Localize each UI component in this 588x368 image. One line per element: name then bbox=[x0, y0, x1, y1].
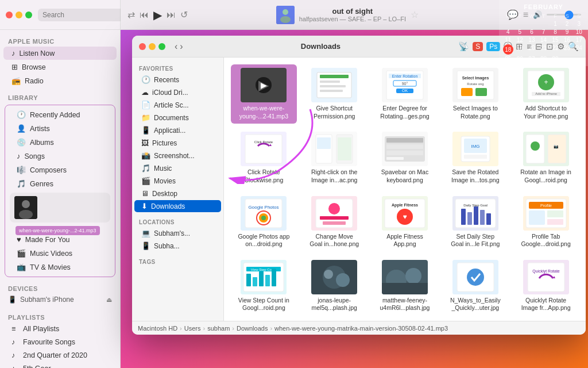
finder-sidebar-documents[interactable]: 📁 Documents bbox=[134, 112, 221, 124]
sidebar-item-browse[interactable]: ⊞ Browse bbox=[3, 60, 117, 74]
file-item-7[interactable]: Right-click on the Image in...ac.png bbox=[301, 128, 368, 187]
search-input[interactable] bbox=[38, 9, 133, 21]
s-icon[interactable]: S bbox=[473, 42, 483, 51]
sidebar-item-albums[interactable]: 💿 Albums bbox=[9, 136, 111, 149]
finder-sidebar-screenshots[interactable]: 📸 Screenshot... bbox=[134, 150, 221, 162]
cal-day-2[interactable]: 2 bbox=[562, 20, 573, 28]
star-button[interactable]: ☆ bbox=[411, 9, 419, 20]
cal-day-6[interactable]: 6 bbox=[526, 28, 537, 36]
cal-day-10[interactable]: 10 bbox=[573, 28, 585, 36]
cal-day-4[interactable]: 4 bbox=[502, 28, 514, 36]
cal-day-8[interactable]: 8 bbox=[550, 28, 561, 36]
airdrop-icon[interactable]: 📡 bbox=[458, 41, 469, 52]
finder-sidebar-articles[interactable]: 📄 Article Sc... bbox=[134, 99, 221, 111]
file-item-11[interactable]: Google Photos Google Photos app on...dro… bbox=[231, 193, 297, 252]
finder-sidebar-pictures[interactable]: 🖼 Pictures bbox=[134, 137, 221, 149]
cal-day-24[interactable]: 24 bbox=[573, 44, 585, 55]
file-item-mp3[interactable]: ▶ ▶ when-we-were-young-...2-41.mp3 bbox=[231, 64, 297, 124]
ps-icon[interactable]: Ps bbox=[486, 42, 500, 51]
cal-day-26[interactable]: 26 bbox=[514, 55, 526, 63]
sidebar-item-5th-gear[interactable]: ♪ 5th Gear bbox=[3, 362, 117, 368]
cal-day-25[interactable]: 25 bbox=[502, 55, 514, 63]
file-item-18[interactable]: matthew-feeney-u4mR6l...plash.jpg bbox=[372, 256, 438, 316]
finder-sidebar-applications[interactable]: 📱 Applicati... bbox=[134, 124, 221, 136]
file-item-9[interactable]: IMG Save the Rotated Image in...tos.png bbox=[442, 128, 508, 187]
finder-sidebar-music[interactable]: 🎵 Music bbox=[134, 162, 221, 174]
cal-day-20[interactable]: 20 bbox=[526, 44, 537, 55]
finder-sidebar-icloud[interactable]: ☁ iCloud Dri... bbox=[134, 86, 221, 98]
file-item-10[interactable]: 📷 Rotate an Image in Googl...roid.png bbox=[513, 128, 579, 187]
finder-back-button[interactable]: ‹ bbox=[175, 41, 177, 52]
cal-day-14[interactable]: 14 bbox=[538, 36, 550, 44]
sidebar-item-genres[interactable]: 🎵 Genres bbox=[9, 177, 111, 190]
finder-sidebar-movies[interactable]: 🎬 Movies bbox=[134, 175, 221, 187]
file-item-14[interactable]: Daily Step Goal Set Daily Step Goal in..… bbox=[442, 193, 508, 252]
finder-sidebar-downloads[interactable]: ⬇ Downloads bbox=[134, 200, 221, 212]
device-item-iphone[interactable]: 📱 Subham's iPhone ⏏ bbox=[0, 293, 120, 306]
sidebar-item-music-videos[interactable]: 🎬 Music Videos bbox=[9, 247, 111, 260]
file-item-19[interactable]: N_Ways_to_Easily_Quickly...uter.jpg bbox=[442, 256, 508, 316]
cal-day-27[interactable]: 27 bbox=[526, 55, 537, 63]
repeat-button[interactable]: ↺ bbox=[180, 9, 188, 20]
path-macintosh[interactable]: Macintosh HD bbox=[138, 325, 177, 332]
sidebar-item-favourite-songs[interactable]: ♪ Favourite Songs bbox=[3, 336, 117, 348]
cal-day-1[interactable]: 1 bbox=[550, 20, 561, 28]
file-item-16[interactable]: View Step Count View Step Count in Googl… bbox=[231, 256, 297, 316]
cal-day-5[interactable]: 5 bbox=[514, 28, 526, 36]
cal-day-29[interactable]: 29 bbox=[550, 55, 561, 63]
play-button[interactable]: ▶ bbox=[153, 8, 162, 22]
sidebar-item-tv-movies[interactable]: 📺 TV & Movies bbox=[9, 260, 111, 274]
cal-day-12[interactable]: 12 bbox=[514, 36, 526, 44]
eject-icon[interactable]: ⏏ bbox=[106, 296, 112, 304]
cal-day-3[interactable]: 3 bbox=[573, 20, 585, 28]
file-item-15[interactable]: Profile Profile Tab Google...droid.png bbox=[513, 193, 579, 252]
fullscreen-button[interactable] bbox=[25, 12, 32, 18]
finder-sidebar-desktop[interactable]: 🖥 Desktop bbox=[134, 187, 221, 200]
file-item-6[interactable]: Click Rotate Click Rotate Clockwise.png bbox=[231, 128, 297, 187]
sidebar-item-listen-now[interactable]: ♪ Listen Now bbox=[3, 47, 117, 60]
file-item-13[interactable]: Apple Fitness ♥ Apple Fitness App.png bbox=[372, 193, 438, 252]
cal-day-13[interactable]: 13 bbox=[526, 36, 537, 44]
finder-sidebar-recents[interactable]: 🕐 Recents bbox=[134, 74, 221, 86]
finder-minimize-button[interactable] bbox=[149, 43, 156, 50]
finder-sidebar-macbook[interactable]: 💻 Subham's... bbox=[134, 227, 221, 239]
next-button[interactable]: ⏭ bbox=[167, 10, 176, 20]
sidebar-item-recently-added[interactable]: 🕐 Recently Added bbox=[9, 108, 111, 121]
cal-day-11[interactable]: 11 bbox=[502, 36, 514, 44]
sidebar-item-all-playlists[interactable]: ≡ All Playlists bbox=[3, 323, 117, 335]
file-item-17[interactable]: jonas-leupe-mel5q...plash.jpg bbox=[301, 256, 368, 316]
close-button[interactable] bbox=[6, 12, 13, 18]
path-subham[interactable]: subham bbox=[207, 325, 230, 332]
cal-day-28[interactable]: 28 bbox=[538, 55, 550, 63]
file-item-3[interactable]: Enter Rotation 90° OK Enter Degree for R… bbox=[372, 64, 438, 124]
cal-day-23[interactable]: 23 bbox=[562, 44, 573, 55]
cal-day-9[interactable]: 9 bbox=[562, 28, 573, 36]
file-item-4[interactable]: Select Images Rotate ong Select Images t… bbox=[442, 64, 508, 124]
finder-close-button[interactable] bbox=[139, 43, 146, 50]
path-filename[interactable]: when-we-were-young-matrika-main-version-… bbox=[274, 325, 448, 332]
sidebar-item-radio[interactable]: 📻 Radio bbox=[3, 74, 117, 87]
file-item-12[interactable]: Change Move Goal in...hone.png bbox=[301, 193, 368, 252]
file-item-8[interactable]: Spavebar on Mac keyboard.png bbox=[372, 128, 438, 187]
sidebar-item-songs[interactable]: ♪ Songs bbox=[9, 150, 111, 163]
path-users[interactable]: Users bbox=[184, 325, 201, 332]
sidebar-item-2nd-quarter[interactable]: ♪ 2nd Quarter of 2020 bbox=[3, 349, 117, 362]
cal-day-19[interactable]: 19 bbox=[514, 44, 526, 55]
finder-sidebar-iphone-loc[interactable]: 📱 Subha... bbox=[134, 240, 221, 252]
cal-day-22[interactable]: 22 bbox=[550, 44, 561, 55]
sidebar-item-artists[interactable]: 👤 Artists bbox=[9, 122, 111, 135]
cal-day-16[interactable]: 16 bbox=[562, 36, 573, 44]
file-item-20[interactable]: Quicklyt Rotate Quicklyt Rotate Image fr… bbox=[513, 256, 579, 316]
minimize-button[interactable] bbox=[16, 12, 22, 18]
finder-forward-button[interactable]: › bbox=[180, 41, 183, 52]
cal-day-17[interactable]: 17 bbox=[573, 36, 585, 44]
cal-day-15[interactable]: 15 bbox=[550, 36, 561, 44]
finder-fullscreen-button[interactable] bbox=[158, 43, 165, 50]
shuffle-button[interactable]: ⇄ bbox=[127, 9, 135, 20]
path-downloads[interactable]: Downloads bbox=[237, 325, 268, 332]
cal-day-today-18[interactable]: 18 bbox=[503, 44, 513, 55]
cal-day-21[interactable]: 21 bbox=[538, 44, 550, 55]
prev-button[interactable]: ⏮ bbox=[140, 10, 149, 20]
file-item-2[interactable]: Give Shortcut Permission.png bbox=[301, 64, 368, 124]
cal-day-7[interactable]: 7 bbox=[538, 28, 550, 36]
